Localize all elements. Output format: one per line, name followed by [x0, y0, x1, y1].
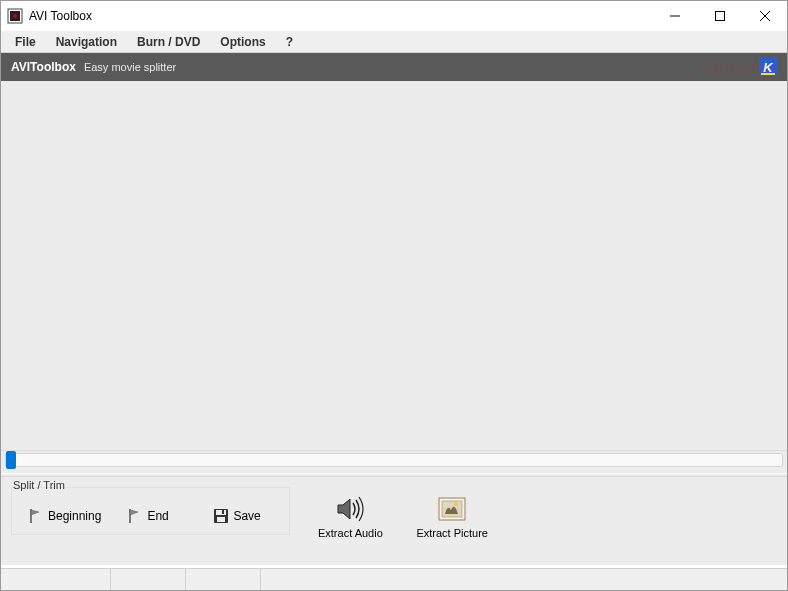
svg-point-2: [13, 14, 17, 18]
status-cell-4: [261, 569, 787, 590]
svg-rect-12: [216, 510, 226, 515]
title-bar: AVI Toolbox: [1, 1, 787, 31]
menu-navigation[interactable]: Navigation: [46, 33, 127, 51]
flag-beginning-icon: [28, 508, 44, 524]
menu-help[interactable]: ?: [276, 33, 303, 51]
extract-picture-label: Extract Picture: [416, 527, 488, 539]
menu-options[interactable]: Options: [210, 33, 275, 51]
end-label: End: [147, 509, 168, 523]
menu-burn-dvd[interactable]: Burn / DVD: [127, 33, 210, 51]
bottom-toolbar: Split / Trim Beginning End Save: [1, 477, 787, 565]
status-bar: [1, 568, 787, 590]
menu-bar: File Navigation Burn / DVD Options ?: [1, 31, 787, 53]
status-cell-2: [111, 569, 186, 590]
app-icon: [7, 8, 23, 24]
extract-picture-button[interactable]: Extract Picture: [410, 489, 494, 565]
status-cell-3: [186, 569, 261, 590]
menu-file[interactable]: File: [5, 33, 46, 51]
banner-subtitle: Easy movie splitter: [84, 61, 759, 73]
window-title: AVI Toolbox: [29, 9, 652, 23]
minimize-button[interactable]: [652, 1, 697, 31]
window-controls: [652, 1, 787, 31]
svg-rect-4: [715, 12, 724, 21]
video-preview-area: [1, 81, 787, 451]
extract-audio-button[interactable]: Extract Audio: [310, 489, 390, 565]
timeline-thumb[interactable]: [6, 451, 16, 469]
timeline-slider[interactable]: [5, 453, 783, 467]
split-trim-group: Split / Trim Beginning End Save: [11, 481, 290, 565]
banner-logo-icon: K: [759, 58, 777, 76]
extract-audio-label: Extract Audio: [318, 527, 383, 539]
svg-rect-14: [222, 510, 224, 514]
group-label: Split / Trim: [13, 479, 65, 491]
save-icon: [213, 508, 229, 524]
svg-rect-13: [217, 517, 225, 522]
app-banner: AVIToolbox Easy movie splitter K: [1, 53, 787, 81]
maximize-button[interactable]: [697, 1, 742, 31]
banner-title: AVIToolbox: [11, 60, 76, 74]
save-label: Save: [233, 509, 260, 523]
beginning-button[interactable]: Beginning: [18, 504, 111, 528]
timeline-row: [1, 451, 787, 473]
svg-text:K: K: [763, 60, 774, 75]
picture-icon: [436, 493, 468, 525]
beginning-label: Beginning: [48, 509, 101, 523]
save-button[interactable]: Save: [203, 504, 283, 528]
end-button[interactable]: End: [117, 504, 197, 528]
close-button[interactable]: [742, 1, 787, 31]
svg-point-17: [454, 502, 458, 506]
status-cell-1: [1, 569, 111, 590]
speaker-icon: [334, 493, 366, 525]
flag-end-icon: [127, 508, 143, 524]
group-box: Beginning End Save: [11, 487, 290, 535]
